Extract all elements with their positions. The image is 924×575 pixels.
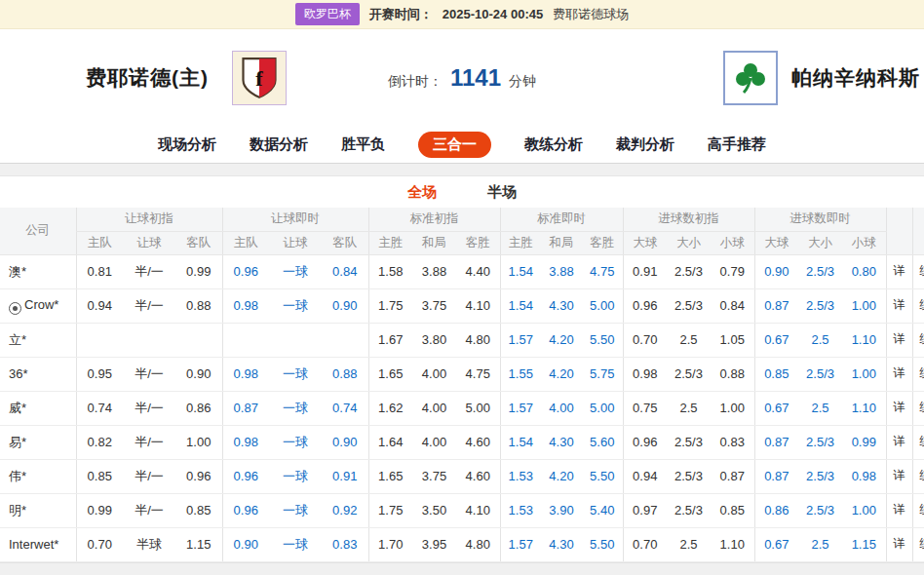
odds-cell: 0.90: [754, 254, 798, 288]
stats-link[interactable]: 统: [912, 527, 924, 561]
odds-cell: 半/一: [123, 493, 175, 527]
odds-cell: 1.75: [368, 493, 412, 527]
nav-tab-6[interactable]: 裁判分析: [616, 135, 674, 154]
odds-cell: 5.00: [582, 391, 623, 425]
stats-link[interactable]: 统: [912, 493, 924, 527]
odds-cell: 4.80: [456, 323, 500, 357]
odds-cell: 4.30: [541, 288, 582, 323]
stats-link[interactable]: 统: [912, 459, 924, 493]
odds-cell: 0.92: [322, 493, 368, 527]
odds-cell: 4.00: [541, 391, 582, 425]
odds-cell: 4.30: [541, 425, 582, 459]
odds-cell: 5.60: [582, 425, 623, 459]
odds-cell: 2.5/3: [798, 493, 842, 527]
nav-tab-1[interactable]: 现场分析: [158, 135, 216, 154]
odds-cell: 4.00: [412, 391, 456, 425]
group-header-1: 让球初指: [76, 208, 222, 231]
odds-cell: 0.83: [711, 425, 754, 459]
odds-cell: 4.00: [412, 425, 456, 459]
nav-tab-4[interactable]: 三合一: [418, 132, 491, 158]
stats-link[interactable]: 统: [912, 425, 924, 459]
odds-cell: 1.00: [842, 357, 886, 391]
detail-link[interactable]: 详: [886, 357, 912, 391]
odds-cell: 1.00: [175, 425, 222, 459]
sub-header: 大小: [667, 231, 711, 254]
nav-tab-7[interactable]: 高手推荐: [708, 135, 766, 154]
sub-header: 小球: [842, 231, 886, 254]
odds-cell: 5.50: [582, 323, 623, 357]
odds-cell: 0.88: [322, 357, 368, 391]
nav-tab-5[interactable]: 教练分析: [524, 135, 583, 154]
odds-cell: 一球: [269, 357, 322, 391]
detail-link[interactable]: 详: [886, 288, 912, 323]
odds-cell: 一球: [269, 425, 322, 459]
odds-cell: 0.96: [623, 425, 667, 459]
odds-table-wrap: 公司让球初指让球即时标准初指标准即时进球数初指进球数即时历主队让球客队主队让球客…: [0, 208, 924, 562]
odds-cell: 一球: [269, 288, 322, 323]
odds-cell: 0.87: [222, 391, 269, 425]
group-header-2: 让球即时: [222, 208, 368, 231]
odds-cell: 0.75: [623, 391, 667, 425]
company-cell: 威*: [0, 391, 76, 425]
sub-header: 大球: [754, 231, 798, 254]
stats-link[interactable]: 统: [912, 357, 924, 391]
table-row: Crow*0.94半/一0.880.98一球0.901.753.754.101.…: [0, 288, 924, 323]
match-header: 费耶诺德(主) f 倒计时： 1141 分钟 帕纳辛纳科斯: [0, 29, 924, 127]
nav-tab-2[interactable]: 数据分析: [250, 135, 308, 154]
odds-cell: 半/一: [123, 357, 175, 391]
stats-link[interactable]: 统: [912, 323, 924, 357]
odds-cell: 1.10: [842, 323, 886, 357]
table-row: 易*0.82半/一1.000.98一球0.901.644.004.601.544…: [0, 425, 924, 459]
odds-cell: 半/一: [123, 425, 175, 459]
detail-link[interactable]: 详: [886, 493, 912, 527]
odds-cell: 2.5: [798, 323, 842, 357]
detail-link[interactable]: 详: [886, 425, 912, 459]
odds-cell: 1.53: [500, 459, 541, 493]
stats-link[interactable]: 统: [912, 288, 924, 323]
odds-cell: 0.96: [222, 254, 269, 288]
odds-cell: 一球: [269, 391, 322, 425]
odds-cell: 1.00: [711, 391, 754, 425]
venue-name: 费耶诺德球场: [553, 6, 629, 23]
tab-half-match[interactable]: 半场: [485, 179, 519, 206]
odds-cell: 1.00: [842, 288, 886, 323]
odds-cell: 0.90: [322, 425, 368, 459]
home-team-logo: f: [232, 51, 287, 105]
odds-cell: 1.57: [500, 323, 541, 357]
stats-link[interactable]: 统: [912, 391, 924, 425]
odds-cell: 2.5/3: [798, 254, 842, 288]
league-badge[interactable]: 欧罗巴杯: [295, 3, 360, 25]
odds-cell: 3.50: [412, 493, 456, 527]
odds-cell: 1.58: [368, 254, 412, 288]
odds-cell: 0.91: [322, 459, 368, 493]
detail-link[interactable]: 详: [886, 459, 912, 493]
odds-cell: 0.99: [842, 425, 886, 459]
odds-cell: 4.30: [541, 527, 582, 561]
odds-cell: 0.80: [842, 254, 886, 288]
odds-table: 公司让球初指让球即时标准初指标准即时进球数初指进球数即时历主队让球客队主队让球客…: [0, 208, 924, 562]
detail-link[interactable]: 详: [886, 323, 912, 357]
odds-cell: 3.88: [541, 254, 582, 288]
tab-full-match[interactable]: 全场: [405, 179, 439, 206]
nav-tab-3[interactable]: 胜平负: [341, 135, 385, 154]
odds-cell: 4.20: [541, 459, 582, 493]
detail-link[interactable]: 详: [886, 254, 912, 288]
stats-link[interactable]: 统: [912, 254, 924, 288]
next-section-strip: [0, 562, 924, 575]
odds-cell: 5.00: [456, 391, 500, 425]
odds-cell: 0.98: [222, 357, 269, 391]
sub-header: 客胜: [582, 231, 623, 254]
stats-column-header: [912, 208, 924, 254]
odds-cell: 半球: [123, 527, 175, 561]
odds-cell: 5.00: [582, 288, 623, 323]
odds-cell: [76, 323, 123, 357]
table-row: 明*0.99半/一0.850.96一球0.921.753.504.101.533…: [0, 493, 924, 527]
odds-cell: 0.67: [754, 323, 798, 357]
odds-cell: 2.5/3: [667, 493, 711, 527]
odds-cell: 0.94: [623, 459, 667, 493]
detail-link[interactable]: 详: [886, 391, 912, 425]
odds-cell: 2.5/3: [798, 288, 842, 323]
table-row: 威*0.74半/一0.860.87一球0.741.624.005.001.574…: [0, 391, 924, 425]
group-header-4: 标准即时: [500, 208, 623, 231]
detail-link[interactable]: 详: [886, 527, 912, 561]
